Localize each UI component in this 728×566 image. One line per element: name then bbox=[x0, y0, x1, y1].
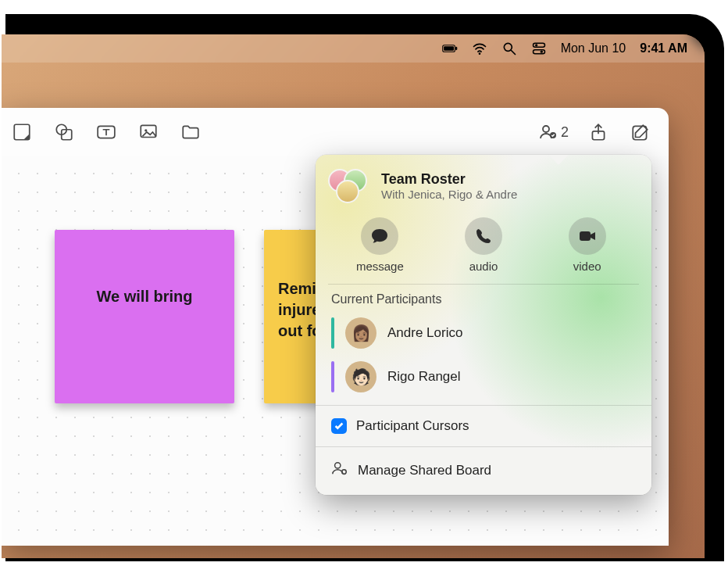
share-button[interactable] bbox=[586, 120, 611, 145]
participant-cursors-toggle[interactable]: Participant Cursors bbox=[328, 412, 639, 440]
avatar: 👩🏽 bbox=[345, 317, 376, 349]
desktop: Mon Jun 10 9:41 AM bbox=[2, 34, 705, 558]
toggle-label: Participant Cursors bbox=[356, 418, 469, 434]
participant-count: 2 bbox=[561, 124, 569, 141]
menubar-time[interactable]: 9:41 AM bbox=[640, 41, 687, 56]
svg-rect-6 bbox=[533, 43, 544, 47]
svg-point-21 bbox=[335, 463, 341, 468]
svg-rect-1 bbox=[444, 46, 454, 51]
svg-rect-2 bbox=[455, 47, 457, 50]
sticky-note[interactable]: We will bring bbox=[55, 230, 234, 403]
audio-button[interactable]: audio bbox=[441, 217, 526, 273]
sticky-note-tool[interactable] bbox=[9, 120, 34, 145]
presence-color-bar bbox=[331, 361, 334, 392]
message-button[interactable]: message bbox=[337, 217, 423, 273]
spotlight-search-icon[interactable] bbox=[501, 41, 517, 56]
action-label: video bbox=[573, 260, 601, 273]
participant-row[interactable]: 🧑🏻 Rigo Rangel bbox=[328, 355, 639, 399]
control-center-icon[interactable] bbox=[531, 41, 547, 56]
shapes-tool[interactable] bbox=[52, 120, 77, 145]
wifi-icon[interactable] bbox=[472, 41, 487, 56]
people-gear-icon bbox=[331, 460, 348, 481]
manage-shared-board-button[interactable]: Manage Shared Board bbox=[328, 453, 639, 487]
popover-header: Team Roster With Jenica, Rigo & Andre bbox=[328, 169, 639, 203]
manage-label: Manage Shared Board bbox=[358, 463, 491, 478]
svg-point-16 bbox=[543, 126, 549, 132]
svg-rect-8 bbox=[533, 50, 544, 54]
text-box-tool[interactable] bbox=[94, 120, 119, 145]
menubar-date[interactable]: Mon Jun 10 bbox=[561, 41, 626, 56]
svg-point-9 bbox=[540, 51, 542, 53]
presence-color-bar bbox=[331, 317, 334, 349]
collaboration-popover: Team Roster With Jenica, Rigo & Andre me… bbox=[316, 155, 651, 495]
message-icon bbox=[370, 227, 389, 245]
freeform-window: 2 We will bring Remind injured bbox=[2, 108, 669, 546]
collaborate-button[interactable]: 2 bbox=[539, 123, 569, 142]
media-tool[interactable] bbox=[136, 120, 161, 145]
menubar: Mon Jun 10 9:41 AM bbox=[2, 34, 705, 63]
board-title: Team Roster bbox=[381, 171, 517, 188]
video-button[interactable]: video bbox=[544, 217, 630, 273]
phone-icon bbox=[474, 227, 493, 245]
window-toolbar: 2 bbox=[2, 108, 669, 156]
checkbox-checked-icon bbox=[331, 418, 347, 434]
current-participants-header: Current Participants bbox=[331, 292, 639, 306]
svg-line-5 bbox=[511, 51, 515, 55]
svg-point-3 bbox=[478, 52, 480, 55]
action-label: message bbox=[356, 260, 404, 273]
group-avatar bbox=[328, 169, 372, 203]
svg-point-7 bbox=[535, 44, 537, 46]
action-label: audio bbox=[469, 260, 498, 273]
actions-row: message audio video bbox=[328, 214, 639, 285]
sticky-text: We will bring bbox=[97, 288, 193, 305]
compose-button[interactable] bbox=[628, 120, 653, 145]
files-tool[interactable] bbox=[178, 120, 203, 145]
svg-point-4 bbox=[504, 43, 512, 51]
device-frame: Mon Jun 10 9:41 AM bbox=[5, 14, 724, 561]
svg-rect-20 bbox=[580, 231, 591, 241]
participant-name: Andre Lorico bbox=[387, 325, 462, 341]
avatar: 🧑🏻 bbox=[345, 361, 376, 392]
participant-row[interactable]: 👩🏽 Andre Lorico bbox=[328, 311, 639, 355]
participant-name: Rigo Rangel bbox=[387, 369, 461, 385]
video-icon bbox=[578, 227, 597, 245]
board-subtitle: With Jenica, Rigo & Andre bbox=[381, 188, 517, 201]
battery-icon[interactable] bbox=[442, 41, 458, 56]
